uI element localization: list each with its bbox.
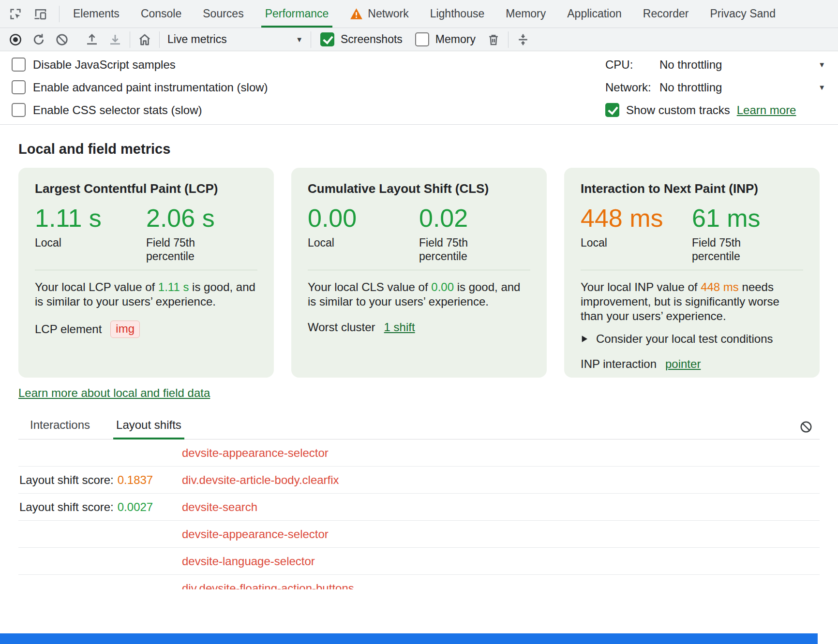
inp-interaction-label: INP interaction [581,357,657,371]
tab-label: Recorder [643,7,689,20]
disclosure-label: Consider your local test conditions [596,332,773,346]
layout-shift-row[interactable]: devsite-language-selector [18,548,820,575]
tab-performance[interactable]: Performance [254,0,340,28]
inspect-element-button[interactable] [4,3,27,25]
tab-network[interactable]: Network [339,0,419,28]
home-button[interactable] [133,29,156,50]
divider [508,31,509,48]
node-link[interactable]: devsite-language-selector [182,555,315,568]
block-icon [55,32,69,47]
tab-lighthouse[interactable]: Lighthouse [419,0,495,28]
divider [308,270,530,270]
network-throttling-select[interactable]: No throttling ▼ [659,81,825,94]
warning-icon [350,8,363,20]
capture-options: Disable JavaScript samples Enable advanc… [8,53,268,121]
performance-toolbar: Live metrics ▼ Screenshots Memory [0,28,838,51]
option-label: Enable advanced paint instrumentation (s… [33,81,268,94]
home-icon [137,32,152,47]
capture-settings-panel: Disable JavaScript samples Enable advanc… [0,51,838,125]
tab-console[interactable]: Console [130,0,192,28]
layout-shift-row[interactable]: div.devsite-floating-action-buttons [18,575,820,589]
screenshots-checkbox-row[interactable]: Screenshots [314,32,409,46]
layout-shift-row[interactable]: Layout shift score:0.0027 devsite-search [18,494,820,521]
divider [159,31,160,48]
inp-interaction-link[interactable]: pointer [665,357,701,371]
node-link[interactable]: div.devsite-article-body.clearfix [182,473,339,487]
node-link[interactable]: devsite-appearance-selector [182,527,329,541]
tab-recorder[interactable]: Recorder [632,0,700,28]
css-selector-stats-checkbox[interactable] [12,103,26,117]
reload-and-record-button[interactable] [27,29,50,50]
layout-shift-row[interactable]: Layout shift score:0.1837 div.devsite-ar… [18,467,820,494]
cpu-throttling-value: No throttling [659,58,722,72]
layout-shift-row[interactable]: devsite-appearance-selector [18,439,820,467]
log-tabbar: Interactions Layout shifts [18,414,820,439]
option-label: Disable JavaScript samples [33,58,176,72]
cpu-label: CPU: [605,58,659,72]
metric-cards: Largest Contentful Paint (LCP) 1.11 s Lo… [18,168,820,378]
local-test-conditions-disclosure[interactable]: Consider your local test conditions [581,332,803,346]
custom-tracks-row: Show custom tracks Learn more [605,99,825,121]
inp-description: Your local INP value of 448 ms needs imp… [581,280,803,323]
field-label: Field 75th percentile [692,236,762,263]
clear-button[interactable] [50,29,74,50]
advanced-paint-checkbox[interactable] [12,80,26,94]
description-text: Your local INP value of [581,280,701,293]
disable-js-samples-checkbox[interactable] [12,58,26,72]
node-link[interactable]: devsite-search [182,500,257,514]
record-button[interactable] [4,29,27,50]
node-link[interactable]: div.devsite-floating-action-buttons [182,582,354,590]
lcp-element-label: LCP element [35,322,102,336]
screenshots-label: Screenshots [341,33,403,46]
tab-interactions[interactable]: Interactions [27,418,93,439]
tab-layout-shifts[interactable]: Layout shifts [113,418,184,439]
field-data-learn-more-link[interactable]: Learn more about local and field data [18,386,210,399]
panel-mode-select[interactable]: Live metrics ▼ [163,33,308,46]
collect-garbage-button[interactable] [482,29,505,50]
collapse-panel-button[interactable] [511,29,535,50]
lcp-field-value: 2.06 s [146,204,257,232]
css-selector-stats-row[interactable]: Enable CSS selector stats (slow) [8,99,268,121]
score-label: Layout shift score: [19,500,114,513]
device-toolbar-button[interactable] [29,3,52,25]
disable-js-samples-row[interactable]: Disable JavaScript samples [8,53,268,76]
custom-tracks-label: Show custom tracks [626,103,730,117]
cls-card-title: Cumulative Layout Shift (CLS) [308,181,530,196]
chevron-down-icon: ▼ [818,61,825,68]
description-text: Your local LCP value of [35,280,158,293]
lcp-element-node-link[interactable]: img [110,321,140,338]
clear-log-button[interactable] [794,416,818,438]
screenshots-checkbox[interactable] [320,32,334,46]
advanced-paint-row[interactable]: Enable advanced paint instrumentation (s… [8,76,268,99]
tab-label: Privacy Sand [710,7,776,20]
divider [35,270,257,270]
cpu-throttling-select[interactable]: No throttling ▼ [659,58,825,72]
divider [130,31,130,48]
save-profile-button[interactable] [104,29,127,50]
option-label: Enable CSS selector stats (slow) [33,103,202,117]
tab-privacy-sandbox[interactable]: Privacy Sand [699,0,786,28]
tab-sources[interactable]: Sources [192,0,254,28]
load-profile-button[interactable] [80,29,104,50]
trash-icon [486,32,501,47]
tab-label: Network [368,7,408,20]
layout-shift-row[interactable]: devsite-appearance-selector [18,521,820,548]
lcp-description: Your local LCP value of 1.11 s is good, … [35,280,257,309]
layout-shifts-log: devsite-appearance-selector Layout shift… [18,439,820,589]
score-cell: Layout shift score:0.0027 [18,500,182,514]
tab-elements[interactable]: Elements [62,0,130,28]
tab-application[interactable]: Application [556,0,632,28]
local-label: Local [308,236,378,249]
memory-checkbox[interactable] [415,32,429,46]
tab-label: Memory [506,7,546,20]
custom-tracks-checkbox[interactable] [605,103,619,117]
memory-checkbox-row[interactable]: Memory [409,32,482,46]
custom-tracks-learn-more-link[interactable]: Learn more [737,103,796,117]
chevron-down-icon: ▼ [296,36,303,43]
node-link[interactable]: devsite-appearance-selector [182,446,329,460]
page-title: Local and field metrics [18,141,820,157]
tab-memory[interactable]: Memory [495,0,556,28]
devtools-tabbar: Elements Console Sources Performance Net… [0,0,838,28]
worst-cluster-link[interactable]: 1 shift [384,321,415,334]
local-label: Local [581,236,651,249]
